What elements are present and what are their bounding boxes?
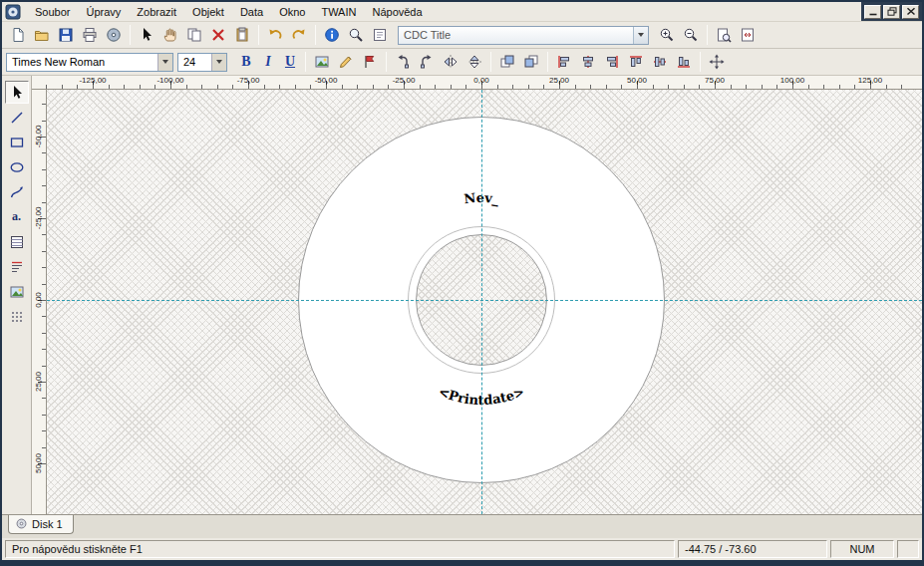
- toolbar-separator: [258, 25, 259, 45]
- redo-button[interactable]: [287, 24, 311, 46]
- status-bar: Pro nápovědu stiskněte F1 -44.75 / -73.6…: [2, 538, 922, 560]
- pan-button[interactable]: [158, 24, 182, 46]
- print-cd-button[interactable]: [102, 24, 126, 46]
- ruler-label: 50,00: [627, 76, 647, 85]
- app-icon[interactable]: [5, 4, 23, 20]
- open-button[interactable]: [30, 24, 54, 46]
- zoom-in-button[interactable]: [655, 24, 679, 46]
- font-family-dropdown[interactable]: [157, 54, 172, 71]
- cdc-title-dropdown[interactable]: [633, 27, 648, 44]
- menu-data[interactable]: Data: [232, 3, 271, 21]
- rotate-right-button[interactable]: [415, 51, 439, 73]
- cursor-icon: [139, 27, 154, 43]
- italic-button[interactable]: I: [257, 52, 279, 72]
- undo-arrow-icon: [267, 27, 283, 43]
- ellipse-tool[interactable]: [5, 155, 29, 178]
- zoom-out-icon: [683, 27, 699, 43]
- menu-bar-row: Soubor Úpravy Zobrazit Objekt Data Okno …: [2, 2, 922, 22]
- save-button[interactable]: [54, 24, 78, 46]
- duplicate-button[interactable]: [182, 24, 206, 46]
- select-mode-button[interactable]: [135, 24, 158, 46]
- menu-zobrazit[interactable]: Zobrazit: [129, 3, 184, 21]
- cursor-icon: [9, 85, 25, 101]
- pen-button[interactable]: [334, 51, 358, 73]
- cdc-title-value: CDC Title: [399, 29, 633, 41]
- align-left-button[interactable]: [552, 51, 576, 73]
- paragraph-text-tool[interactable]: [5, 255, 29, 278]
- menu-soubor[interactable]: Soubor: [27, 3, 78, 21]
- menu-twain[interactable]: TWAIN: [313, 3, 364, 21]
- object-tool[interactable]: [5, 305, 29, 328]
- ruler-label: 0,00: [34, 292, 43, 308]
- flip-vertical-button[interactable]: [462, 51, 486, 73]
- new-document-icon: [10, 27, 26, 43]
- menu-upravy[interactable]: Úpravy: [78, 3, 129, 21]
- design-canvas[interactable]: Nev_ <Printdate>: [47, 90, 922, 514]
- rectangle-tool[interactable]: [5, 131, 29, 153]
- curve-icon: [9, 184, 25, 200]
- bold-button[interactable]: B: [235, 52, 257, 72]
- center-on-page-button[interactable]: [705, 51, 729, 73]
- align-middle-button[interactable]: [648, 51, 672, 73]
- close-button[interactable]: [902, 5, 919, 19]
- app-window: Soubor Úpravy Zobrazit Objekt Data Okno …: [0, 0, 924, 566]
- restore-button[interactable]: [883, 5, 900, 19]
- barcode-tool[interactable]: [5, 230, 29, 253]
- zoom-out-button[interactable]: [679, 24, 703, 46]
- zoom-tool-button[interactable]: [344, 24, 368, 46]
- ruler-label: 125,00: [858, 76, 882, 85]
- ruler-label: 0,00: [473, 76, 489, 85]
- tab-disk-1[interactable]: Disk 1: [8, 515, 74, 534]
- line-tool[interactable]: [5, 106, 29, 129]
- send-to-back-button[interactable]: [519, 51, 543, 73]
- paste-button[interactable]: [230, 24, 254, 46]
- center-arrows-icon: [709, 54, 725, 70]
- print-preview-button[interactable]: [712, 24, 736, 46]
- text-tool[interactable]: a.: [5, 205, 29, 228]
- order-front-icon: [499, 54, 515, 70]
- bring-to-front-button[interactable]: [495, 51, 519, 73]
- fit-page-button[interactable]: [736, 24, 760, 46]
- minimize-button[interactable]: [864, 5, 881, 19]
- status-num-lock: NUM: [830, 540, 894, 558]
- new-button[interactable]: [6, 24, 30, 46]
- copy-icon: [186, 27, 202, 43]
- align-right-button[interactable]: [600, 51, 624, 73]
- menu-objekt[interactable]: Objekt: [184, 3, 232, 21]
- align-bottom-button[interactable]: [672, 51, 696, 73]
- font-family-combobox[interactable]: Times New Roman: [6, 53, 173, 72]
- insert-image-button[interactable]: [310, 51, 334, 73]
- menu-napoveda[interactable]: Nápověda: [364, 3, 430, 21]
- select-tool[interactable]: [5, 81, 29, 104]
- align-left-icon: [556, 54, 572, 70]
- ruler-label: 50,00: [34, 453, 43, 473]
- vertical-ruler: -50,00 -25,00 0,00 25,00 50,00: [32, 90, 47, 514]
- underline-button[interactable]: U: [279, 52, 301, 72]
- flip-horizontal-icon: [443, 54, 459, 70]
- disc-tab-icon: [15, 517, 28, 530]
- page-frame-button[interactable]: [368, 24, 392, 46]
- hand-icon: [162, 27, 178, 43]
- ruler-label: -75,00: [237, 76, 260, 85]
- curve-tool[interactable]: [5, 180, 29, 203]
- cdc-title-combobox[interactable]: CDC Title: [398, 26, 649, 45]
- undo-button[interactable]: [263, 24, 287, 46]
- align-center-button[interactable]: [576, 51, 600, 73]
- font-size-dropdown[interactable]: [211, 54, 226, 71]
- pencil-icon: [338, 54, 354, 70]
- status-blank-panel: [897, 540, 919, 558]
- app-logo-icon: [5, 4, 21, 20]
- info-button[interactable]: [320, 24, 344, 46]
- image-icon: [9, 284, 25, 300]
- align-top-button[interactable]: [624, 51, 648, 73]
- ellipse-icon: [9, 159, 25, 175]
- rotate-left-button[interactable]: [391, 51, 415, 73]
- order-back-icon: [523, 54, 539, 70]
- image-tool[interactable]: [5, 280, 29, 303]
- font-size-combobox[interactable]: 24: [177, 53, 227, 72]
- fill-color-button[interactable]: [358, 51, 382, 73]
- flip-horizontal-button[interactable]: [439, 51, 462, 73]
- print-button[interactable]: [78, 24, 102, 46]
- delete-button[interactable]: [206, 24, 230, 46]
- menu-okno[interactable]: Okno: [271, 3, 313, 21]
